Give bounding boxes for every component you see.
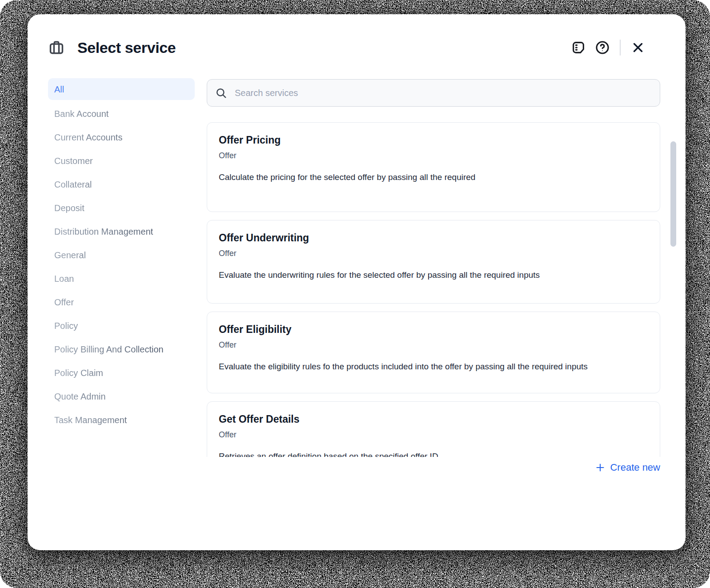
service-name: Offer Underwriting <box>219 231 648 244</box>
sidebar-item-customer[interactable]: Customer <box>48 149 195 172</box>
briefcase-icon <box>48 39 65 56</box>
sidebar-item-collateral[interactable]: Collateral <box>48 172 195 196</box>
help-button[interactable] <box>595 40 610 55</box>
scrollbar-thumb[interactable] <box>670 141 676 247</box>
sidebar-item-all[interactable]: All <box>48 78 195 100</box>
close-icon <box>630 40 646 55</box>
service-name: Offer Eligibility <box>219 323 648 336</box>
sidebar-item-deposit[interactable]: Deposit <box>48 196 195 220</box>
help-circle-icon <box>595 40 610 55</box>
notes-panel-button[interactable] <box>571 40 586 55</box>
services-panel: Offer Pricing Offer Calculate the pricin… <box>207 79 660 473</box>
sidebar-item-policy[interactable]: Policy <box>48 314 195 337</box>
service-category: Offer <box>219 429 648 440</box>
service-description: Evaluate the eligibility rules fo the pr… <box>219 360 648 373</box>
sidebar-item-policy-claim[interactable]: Policy Claim <box>48 361 195 384</box>
sidebar-item-current-accounts[interactable]: Current Accounts <box>48 125 195 149</box>
search-input[interactable] <box>234 88 652 99</box>
plus-icon <box>595 462 606 473</box>
sidebar-item-task-management[interactable]: Task Management <box>48 408 195 432</box>
service-category: Offer <box>219 248 648 259</box>
close-button[interactable] <box>630 40 646 55</box>
header-controls <box>571 40 646 56</box>
create-new-button[interactable]: Create new <box>595 462 660 473</box>
page-title: Select service <box>77 39 176 56</box>
sidebar-item-offer[interactable]: Offer <box>48 290 195 314</box>
select-service-dialog: Select service <box>28 14 686 550</box>
sidebar-item-loan[interactable]: Loan <box>48 267 195 290</box>
footer-actions: Create new <box>207 462 660 473</box>
service-category: Offer <box>219 150 648 161</box>
category-sidebar: All Bank Account Current Accounts Custom… <box>48 78 195 432</box>
service-card-offer-eligibility[interactable]: Offer Eligibility Offer Evaluate the eli… <box>207 312 660 393</box>
category-list: All Bank Account Current Accounts Custom… <box>48 78 195 432</box>
search-box <box>207 79 660 107</box>
service-name: Offer Pricing <box>219 133 648 147</box>
header-divider <box>620 40 621 56</box>
sidebar-item-distribution-management[interactable]: Distribution Management <box>48 220 195 243</box>
service-card-offer-pricing[interactable]: Offer Pricing Offer Calculate the pricin… <box>207 122 660 212</box>
service-card-get-offer-details[interactable]: Get Offer Details Offer Retrieves an off… <box>207 401 660 457</box>
create-new-label: Create new <box>610 462 660 473</box>
dialog-header: Select service <box>48 37 646 58</box>
sidebar-item-bank-account[interactable]: Bank Account <box>48 102 195 125</box>
service-description: Retrieves an offer definition based on t… <box>219 450 648 457</box>
service-description: Evaluate the underwriting rules for the … <box>219 269 648 281</box>
service-card-list: Offer Pricing Offer Calculate the pricin… <box>207 122 660 457</box>
search-icon <box>215 87 227 99</box>
service-name: Get Offer Details <box>219 412 648 426</box>
service-card-offer-underwriting[interactable]: Offer Underwriting Offer Evaluate the un… <box>207 220 660 304</box>
service-category: Offer <box>219 339 648 351</box>
sidebar-item-general[interactable]: General <box>48 243 195 267</box>
notes-panel-icon <box>571 40 586 55</box>
sidebar-item-policy-billing-and-collection[interactable]: Policy Billing And Collection <box>48 337 195 361</box>
sidebar-item-quote-admin[interactable]: Quote Admin <box>48 384 195 408</box>
service-description: Calculate the pricing for the selected o… <box>219 171 648 184</box>
